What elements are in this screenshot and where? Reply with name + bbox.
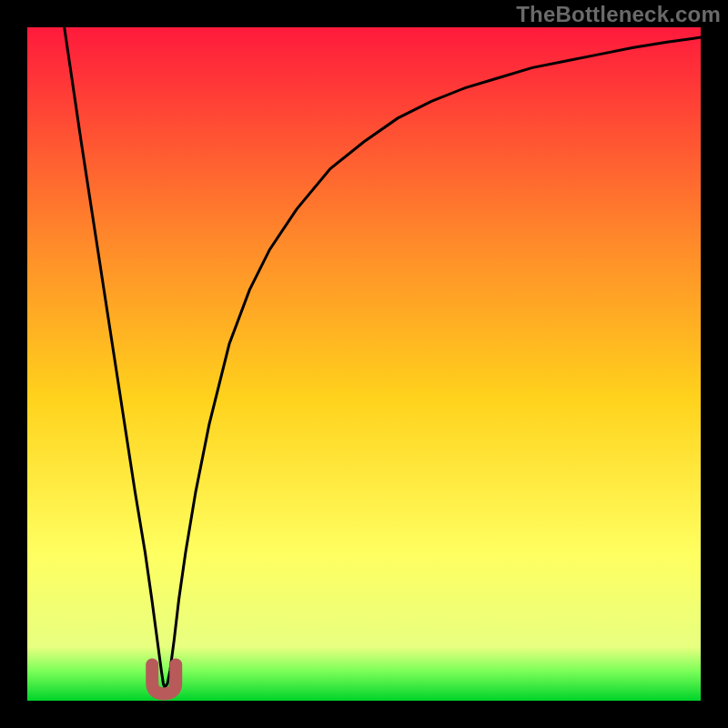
watermark-text: TheBottleneck.com bbox=[516, 2, 721, 27]
chart-svg bbox=[0, 0, 728, 728]
chart-frame: TheBottleneck.com bbox=[0, 0, 728, 728]
plot-background bbox=[27, 27, 701, 701]
